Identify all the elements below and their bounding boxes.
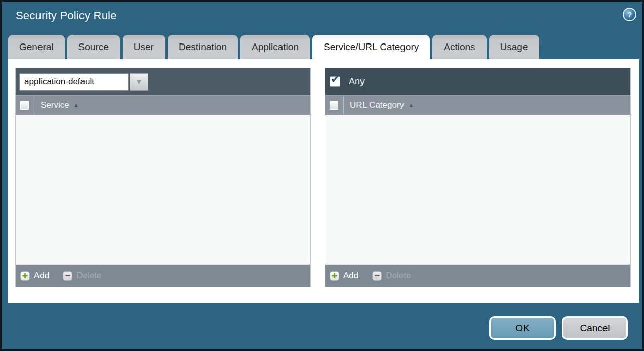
- help-icon[interactable]: ?: [623, 8, 636, 21]
- service-type-dropdown[interactable]: ▼: [19, 73, 148, 91]
- checkmark-icon: ✔: [331, 74, 340, 84]
- tab-actions[interactable]: Actions: [432, 35, 486, 59]
- url-category-column-header-row: URL Category ▲: [325, 95, 630, 115]
- tab-service-url-category[interactable]: Service/URL Category: [312, 35, 430, 59]
- service-add-button[interactable]: ✚ Add: [20, 271, 49, 281]
- ok-button[interactable]: OK: [489, 316, 556, 340]
- dialog-content: ▼ Service ▲ ✚ Add − Delete: [8, 59, 639, 303]
- url-category-column-header[interactable]: URL Category: [350, 100, 404, 110]
- add-button-label: Add: [343, 271, 358, 281]
- service-panel-footer: ✚ Add − Delete: [16, 265, 310, 287]
- sort-asc-icon: ▲: [73, 102, 79, 109]
- delete-button-label: Delete: [76, 271, 101, 281]
- tab-destination[interactable]: Destination: [168, 35, 238, 59]
- column-separator: [34, 96, 34, 115]
- service-type-input[interactable]: [19, 73, 129, 91]
- service-toolbar: ▼: [16, 68, 310, 95]
- url-category-select-all-checkbox[interactable]: [329, 101, 339, 110]
- url-category-panel-footer: ✚ Add − Delete: [325, 265, 630, 287]
- service-delete-button[interactable]: − Delete: [63, 271, 101, 281]
- service-type-dropdown-button[interactable]: ▼: [130, 73, 148, 91]
- service-column-header-row: Service ▲: [16, 95, 310, 115]
- tab-bar: General Source User Destination Applicat…: [8, 35, 539, 59]
- minus-icon: −: [63, 271, 72, 281]
- any-label: Any: [349, 76, 365, 87]
- url-category-delete-button[interactable]: − Delete: [372, 271, 411, 281]
- minus-icon: −: [372, 271, 382, 281]
- tab-user[interactable]: User: [123, 35, 165, 59]
- service-panel: ▼ Service ▲ ✚ Add − Delete: [15, 68, 311, 287]
- add-button-label: Add: [34, 271, 49, 281]
- sort-asc-icon: ▲: [408, 102, 414, 109]
- service-list: [16, 115, 310, 265]
- url-category-panel: ✔ Any URL Category ▲ ✚ Add − Delete: [325, 68, 631, 287]
- service-column-header[interactable]: Service: [41, 100, 69, 110]
- tab-application[interactable]: Application: [240, 35, 310, 59]
- any-checkbox[interactable]: ✔: [330, 76, 340, 87]
- column-separator: [343, 96, 344, 115]
- cancel-button[interactable]: Cancel: [562, 316, 628, 340]
- url-category-add-button[interactable]: ✚ Add: [330, 271, 358, 281]
- plus-icon: ✚: [20, 271, 30, 281]
- question-mark-glyph: ?: [627, 10, 632, 19]
- security-policy-rule-dialog: Security Policy Rule ? General Source Us…: [0, 0, 644, 351]
- service-select-all-checkbox[interactable]: [20, 101, 29, 110]
- tab-general[interactable]: General: [8, 35, 65, 59]
- url-category-list: [325, 115, 630, 265]
- url-category-toolbar: ✔ Any: [325, 68, 630, 95]
- dialog-actions: OK Cancel: [489, 316, 628, 340]
- chevron-down-icon: ▼: [136, 78, 143, 85]
- tab-source[interactable]: Source: [67, 35, 120, 59]
- dialog-title: Security Policy Rule: [16, 9, 117, 22]
- plus-icon: ✚: [330, 271, 339, 281]
- delete-button-label: Delete: [386, 271, 411, 281]
- tab-usage[interactable]: Usage: [489, 35, 539, 59]
